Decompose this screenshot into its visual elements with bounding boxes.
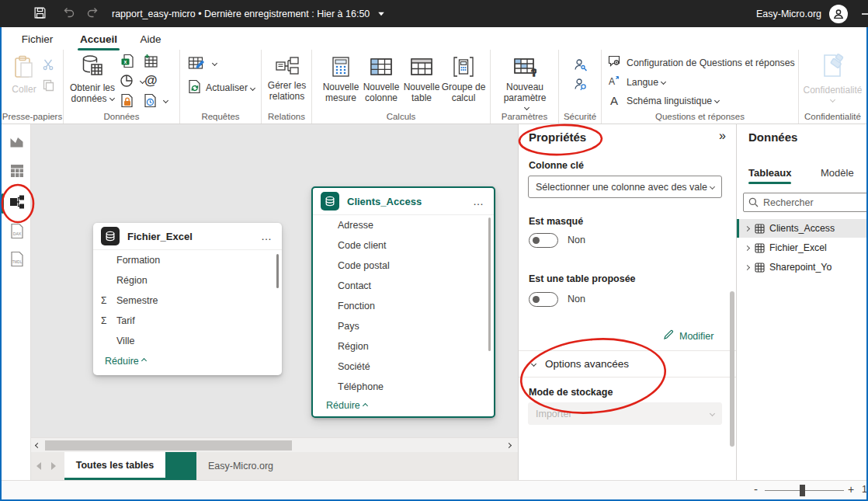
new-table-button[interactable]: Nouvelle table: [401, 56, 443, 103]
dataverse-button[interactable]: @: [144, 73, 158, 89]
report-view-button[interactable]: [9, 135, 25, 152]
canvas-horizontal-scrollbar[interactable]: [31, 437, 518, 452]
key-column-dropdown[interactable]: Sélectionner une colonne avec des vale: [528, 176, 722, 198]
next-page-arrow[interactable]: [51, 462, 56, 470]
field-row[interactable]: Région: [313, 336, 494, 357]
new-column-button[interactable]: Nouvelle colonne: [360, 56, 402, 103]
account-icon[interactable]: [829, 5, 848, 23]
field-row[interactable]: Pays: [313, 316, 494, 336]
search-input[interactable]: [763, 197, 849, 208]
table-card-fichier-excel[interactable]: Fichier_Excel … Formation Région ΣSemest…: [93, 223, 282, 375]
table-card-clients-access[interactable]: Clients_Access … Adresse Code client Cod…: [311, 186, 495, 418]
more-options-button[interactable]: …: [471, 195, 486, 207]
save-icon: [33, 6, 47, 22]
expand-chevron-icon[interactable]: [745, 264, 750, 270]
tab-aide[interactable]: Aide: [134, 30, 168, 48]
table-list-item-fichier-excel[interactable]: Fichier_Excel: [737, 238, 868, 257]
field-row[interactable]: Code client: [313, 235, 494, 256]
account-name[interactable]: Easy-Micro.org: [756, 9, 821, 19]
semantic-model-button[interactable]: [120, 74, 134, 90]
field-row[interactable]: ΣSemestre: [93, 291, 282, 311]
transform-data-button[interactable]: [188, 56, 205, 74]
manage-roles-button[interactable]: [574, 58, 588, 75]
field-row[interactable]: Fonction: [313, 296, 494, 316]
properties-scrollbar[interactable]: [730, 291, 734, 447]
featured-table-toggle[interactable]: [529, 292, 558, 307]
field-row[interactable]: Code postal: [313, 256, 494, 276]
new-measure-button[interactable]: Nouvelle mesure: [320, 56, 362, 103]
field-row[interactable]: Adresse: [313, 215, 494, 235]
copy-button[interactable]: [43, 79, 54, 94]
advanced-options-expander[interactable]: Options avancées: [519, 350, 736, 377]
field-row[interactable]: Téléphone: [313, 377, 494, 397]
tmdl-view-button[interactable]: TMDL: [9, 252, 25, 269]
table-view-button[interactable]: [9, 163, 25, 180]
tab-modele[interactable]: Modèle: [821, 167, 854, 179]
minimize-button[interactable]: [862, 13, 868, 15]
sql-server-button[interactable]: [120, 93, 134, 110]
paste-button[interactable]: Coller: [8, 55, 40, 96]
linguistic-schema-button[interactable]: A Schéma linguistique: [608, 94, 719, 107]
zoom-in-button[interactable]: +: [848, 483, 854, 496]
redo-button[interactable]: [81, 4, 104, 24]
refresh-button[interactable]: Actualiser: [188, 79, 255, 96]
add-page-button[interactable]: [165, 452, 196, 480]
scroll-right-icon[interactable]: [506, 443, 512, 448]
table-list-item-clients-access[interactable]: Clients_Access: [737, 219, 868, 238]
language-button[interactable]: A Langue: [608, 75, 665, 89]
transform-data-chevron-icon[interactable]: [212, 61, 217, 66]
tab-fichier[interactable]: Fichier: [16, 30, 59, 48]
cut-button[interactable]: [42, 58, 54, 73]
privacy-button[interactable]: Confidentialité: [804, 53, 862, 102]
collapse-panel-icon[interactable]: »: [719, 129, 726, 143]
search-box[interactable]: [743, 193, 868, 212]
svg-text:TMDL: TMDL: [12, 260, 22, 264]
field-row[interactable]: Ville: [93, 331, 282, 351]
canvas-scrollbar-thumb[interactable]: [45, 440, 292, 451]
table-card-header[interactable]: Clients_Access …: [313, 188, 494, 215]
toggle-knob: [533, 237, 540, 244]
manage-relations-button[interactable]: Gérer les relations: [264, 56, 310, 102]
zoom-slider-handle[interactable]: [800, 485, 805, 496]
field-row[interactable]: Contact: [313, 276, 494, 296]
more-options-button[interactable]: …: [259, 230, 274, 242]
title-dropdown-caret-icon[interactable]: [379, 12, 385, 16]
chevron-down-icon: [523, 105, 529, 110]
scroll-left-icon[interactable]: [35, 443, 40, 448]
table-card-header[interactable]: Fichier_Excel …: [93, 223, 282, 250]
qna-setup-button[interactable]: Configuration de Questions et réponses: [608, 55, 795, 70]
prev-page-arrow[interactable]: [36, 462, 41, 470]
excel-workbook-button[interactable]: x: [120, 54, 134, 71]
card-scrollbar[interactable]: [276, 254, 279, 288]
card-scrollbar[interactable]: [488, 217, 491, 351]
undo-button[interactable]: [57, 4, 81, 24]
collapse-table-link[interactable]: Réduire: [93, 351, 282, 371]
collapse-table-link[interactable]: Réduire: [313, 397, 494, 414]
edit-link[interactable]: Modifier: [663, 329, 713, 343]
field-row[interactable]: Société: [313, 357, 494, 377]
view-as-roles-button[interactable]: [574, 78, 588, 94]
enter-data-button[interactable]: [144, 54, 158, 71]
expand-chevron-icon[interactable]: [745, 245, 750, 250]
save-button[interactable]: [28, 4, 51, 24]
zoom-out-button[interactable]: -: [754, 482, 758, 496]
page-tab-toutes-les-tables[interactable]: Toutes les tables: [64, 452, 165, 480]
table-name: Fichier_Excel: [127, 231, 259, 242]
recent-sources-chevron-icon[interactable]: [163, 98, 168, 103]
get-data-button[interactable]: Obtenir les données: [67, 54, 118, 104]
tab-accueil[interactable]: Accueil: [76, 30, 121, 48]
title-bar: rapport_easy-micro • Dernière enregistre…: [0, 0, 868, 27]
new-parameter-button[interactable]: ? Nouveau paramètre: [501, 56, 549, 114]
recent-sources-button[interactable]: [144, 93, 157, 110]
is-hidden-toggle[interactable]: [529, 233, 558, 248]
dax-query-view-button[interactable]: DAX: [9, 224, 25, 241]
model-view-button[interactable]: [9, 194, 25, 211]
field-row[interactable]: Région: [93, 270, 282, 291]
table-list-item-sharepoint[interactable]: Sharepoint_Yo: [737, 258, 868, 277]
field-row[interactable]: Formation: [93, 250, 282, 270]
calculation-group-button[interactable]: Groupe de calcul: [441, 56, 486, 103]
tab-tableaux[interactable]: Tableaux: [748, 167, 791, 179]
field-row[interactable]: ΣTarif: [93, 311, 282, 331]
expand-chevron-icon[interactable]: [745, 225, 750, 231]
aggregate-sigma-icon: Σ: [101, 315, 116, 326]
